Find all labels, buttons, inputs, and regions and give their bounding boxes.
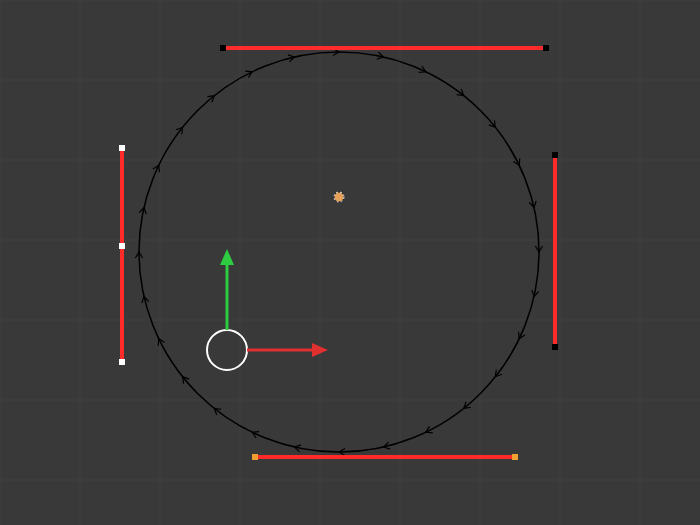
control-vertex[interactable]: [512, 454, 518, 460]
transform-gizmo[interactable]: [207, 249, 328, 370]
svg-point-22: [334, 192, 344, 202]
edge-left-upper[interactable]: [119, 145, 125, 249]
control-vertex[interactable]: [252, 454, 258, 460]
control-vertex[interactable]: [220, 45, 226, 51]
control-vertex[interactable]: [119, 359, 125, 365]
control-vertex[interactable]: [552, 344, 558, 350]
control-vertex[interactable]: [552, 152, 558, 158]
edge-top[interactable]: [220, 45, 549, 51]
viewport-3d[interactable]: [0, 0, 700, 525]
control-vertex[interactable]: [543, 45, 549, 51]
gizmo-arrow-y[interactable]: [220, 249, 234, 265]
control-vertex[interactable]: [119, 243, 125, 249]
svg-point-16: [139, 52, 539, 452]
gizmo-ring[interactable]: [207, 330, 247, 370]
control-vertex[interactable]: [119, 145, 125, 151]
grid: [0, 0, 700, 525]
viewport-canvas: [0, 0, 700, 525]
edge-bottom[interactable]: [252, 454, 518, 460]
cursor-3d: [334, 192, 344, 202]
bezier-circle-curve[interactable]: [135, 48, 542, 455]
edge-left-lower[interactable]: [119, 243, 125, 365]
